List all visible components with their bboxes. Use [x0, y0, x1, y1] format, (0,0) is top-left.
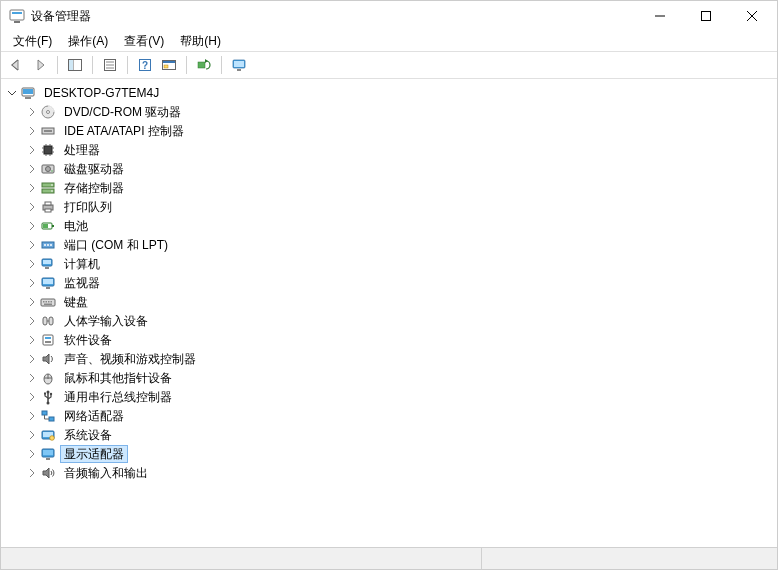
- svg-rect-1: [12, 12, 22, 14]
- expander-closed-icon[interactable]: [25, 219, 39, 233]
- svg-rect-2: [14, 21, 20, 23]
- expander-closed-icon[interactable]: [25, 314, 39, 328]
- tree-node[interactable]: 处理器: [21, 140, 777, 159]
- separator: [127, 56, 128, 74]
- menu-file[interactable]: 文件(F): [5, 31, 60, 52]
- expander-closed-icon[interactable]: [25, 295, 39, 309]
- expander-closed-icon[interactable]: [25, 238, 39, 252]
- tree-node-label: IDE ATA/ATAPI 控制器: [60, 122, 188, 140]
- expander-closed-icon[interactable]: [25, 333, 39, 347]
- expander-closed-icon[interactable]: [25, 428, 39, 442]
- tree-node[interactable]: 键盘: [21, 292, 777, 311]
- monitor-button[interactable]: [228, 54, 250, 76]
- update-driver-button[interactable]: [193, 54, 215, 76]
- menu-view[interactable]: 查看(V): [116, 31, 172, 52]
- tree-node-label: 计算机: [60, 255, 104, 273]
- tree-node[interactable]: 声音、视频和游戏控制器: [21, 349, 777, 368]
- svg-rect-66: [51, 301, 53, 303]
- minimize-button[interactable]: [637, 1, 683, 31]
- tree-node-label: 监视器: [60, 274, 104, 292]
- printer-icon: [40, 199, 56, 215]
- svg-rect-57: [43, 260, 51, 264]
- tree-node[interactable]: 软件设备: [21, 330, 777, 349]
- tree-node-label: 系统设备: [60, 426, 116, 444]
- tree-node[interactable]: IDE ATA/ATAPI 控制器: [21, 121, 777, 140]
- svg-rect-78: [44, 392, 46, 394]
- tree-node-label: 通用串行总线控制器: [60, 388, 176, 406]
- tree-node[interactable]: 显示适配器: [21, 444, 777, 463]
- tree-node[interactable]: DVD/CD-ROM 驱动器: [21, 102, 777, 121]
- audio-icon: [40, 465, 56, 481]
- back-button[interactable]: [5, 54, 27, 76]
- storage-icon: [40, 180, 56, 196]
- svg-rect-60: [43, 279, 53, 284]
- tree-node[interactable]: 计算机: [21, 254, 777, 273]
- expander-closed-icon[interactable]: [25, 352, 39, 366]
- tree-node-label: 磁盘驱动器: [60, 160, 128, 178]
- tree-node[interactable]: 鼠标和其他指针设备: [21, 368, 777, 387]
- tree-node[interactable]: 通用串行总线控制器: [21, 387, 777, 406]
- sound-icon: [40, 351, 56, 367]
- system-icon: [40, 427, 56, 443]
- expander-closed-icon[interactable]: [25, 105, 39, 119]
- show-hide-tree-button[interactable]: [64, 54, 86, 76]
- tree-node[interactable]: 电池: [21, 216, 777, 235]
- tree-node[interactable]: 音频输入和输出: [21, 463, 777, 482]
- device-tree[interactable]: DESKTOP-G7TEM4J DVD/CD-ROM 驱动器IDE ATA/AT…: [1, 79, 777, 547]
- maximize-button[interactable]: [683, 1, 729, 31]
- tree-node[interactable]: 打印队列: [21, 197, 777, 216]
- expander-closed-icon[interactable]: [25, 466, 39, 480]
- expander-closed-icon[interactable]: [25, 390, 39, 404]
- tree-node[interactable]: 监视器: [21, 273, 777, 292]
- svg-rect-18: [164, 65, 168, 68]
- expander-closed-icon[interactable]: [25, 124, 39, 138]
- svg-rect-64: [46, 301, 48, 303]
- network-icon: [40, 408, 56, 424]
- help-button[interactable]: ?: [134, 54, 156, 76]
- expander-closed-icon[interactable]: [25, 200, 39, 214]
- keyboard-icon: [40, 294, 56, 310]
- expander-closed-icon[interactable]: [25, 447, 39, 461]
- svg-point-53: [44, 244, 46, 246]
- tree-node[interactable]: 系统设备: [21, 425, 777, 444]
- expander-closed-icon[interactable]: [25, 162, 39, 176]
- tree-node-label: 端口 (COM 和 LPT): [60, 236, 172, 254]
- tree-node[interactable]: 磁盘驱动器: [21, 159, 777, 178]
- expander-closed-icon[interactable]: [25, 276, 39, 290]
- separator: [221, 56, 222, 74]
- scan-hardware-button[interactable]: [158, 54, 180, 76]
- tree-node[interactable]: 网络适配器: [21, 406, 777, 425]
- menu-action[interactable]: 操作(A): [60, 31, 116, 52]
- titlebar: 设备管理器: [1, 1, 777, 31]
- expander-closed-icon[interactable]: [25, 257, 39, 271]
- mouse-icon: [40, 370, 56, 386]
- expander-closed-icon[interactable]: [25, 143, 39, 157]
- tree-node-label: 人体学输入设备: [60, 312, 152, 330]
- menu-help[interactable]: 帮助(H): [172, 31, 229, 52]
- svg-rect-58: [45, 267, 49, 269]
- forward-button[interactable]: [29, 54, 51, 76]
- usb-icon: [40, 389, 56, 405]
- tree-node[interactable]: 人体学输入设备: [21, 311, 777, 330]
- expander-closed-icon[interactable]: [25, 371, 39, 385]
- close-button[interactable]: [729, 1, 775, 31]
- window-title: 设备管理器: [31, 8, 637, 25]
- tree-root-node[interactable]: DESKTOP-G7TEM4J: [1, 83, 777, 102]
- svg-point-44: [51, 184, 53, 186]
- tree-node[interactable]: 存储控制器: [21, 178, 777, 197]
- ide-icon: [40, 123, 56, 139]
- expander-open-icon[interactable]: [5, 86, 19, 100]
- expander-closed-icon[interactable]: [25, 409, 39, 423]
- svg-rect-19: [198, 62, 205, 68]
- tree-node[interactable]: 端口 (COM 和 LPT): [21, 235, 777, 254]
- tree-node-label: 键盘: [60, 293, 92, 311]
- computer-icon: [20, 85, 36, 101]
- svg-rect-4: [702, 12, 711, 21]
- svg-rect-71: [43, 335, 53, 345]
- svg-rect-69: [49, 317, 53, 325]
- computer-icon: [40, 256, 56, 272]
- svg-rect-30: [44, 146, 52, 154]
- expander-closed-icon[interactable]: [25, 181, 39, 195]
- status-segment: [1, 548, 482, 569]
- properties-button[interactable]: [99, 54, 121, 76]
